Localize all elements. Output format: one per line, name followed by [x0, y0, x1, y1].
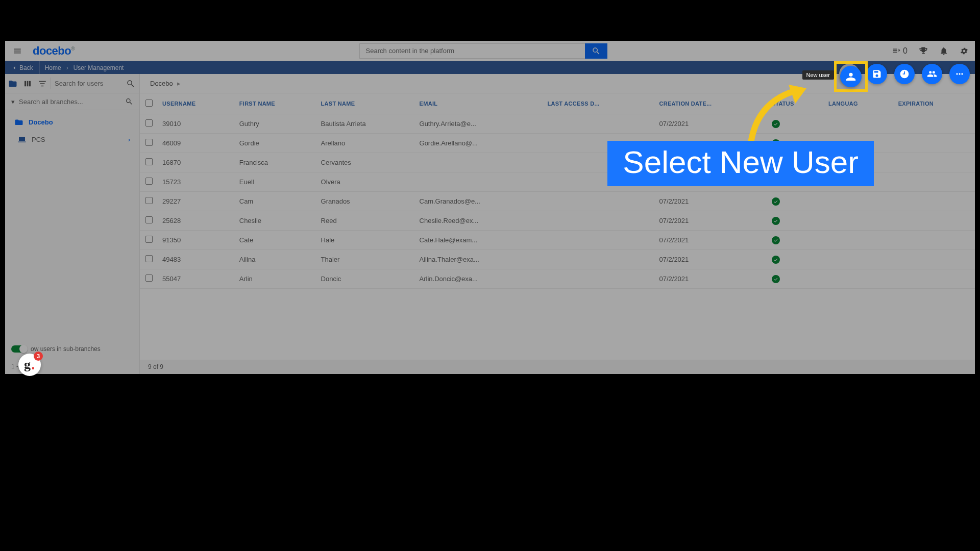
col-language[interactable]: LANGUAG: [824, 93, 894, 114]
cell-last: Arellano: [317, 134, 415, 153]
trophy-icon[interactable]: [919, 46, 928, 56]
toggle-label: ow users in sub-branches: [31, 345, 101, 353]
col-expiration[interactable]: EXPIRATION: [894, 93, 975, 114]
cell-first: Cate: [235, 231, 317, 250]
global-search-input[interactable]: [359, 43, 585, 59]
row-checkbox[interactable]: [145, 255, 153, 262]
cell-lang: [824, 114, 894, 134]
cell-username: 49483: [158, 250, 235, 269]
sub-branches-toggle[interactable]: ow users in sub-branches: [11, 345, 101, 353]
table-row[interactable]: 25628CheslieReedCheslie.Reed@ex...07/2/2…: [140, 211, 975, 231]
cell-username: 15723: [158, 172, 235, 192]
table-row[interactable]: 55047ArlinDoncicArlin.Doncic@exa...07/2/…: [140, 269, 975, 289]
cell-expiration: [894, 192, 975, 211]
col-last-name[interactable]: LAST NAME: [317, 93, 415, 114]
cell-username: 46009: [158, 134, 235, 153]
new-user-button[interactable]: [840, 66, 862, 87]
top-icons: 0: [892, 46, 969, 56]
tree-child-label: PCS: [32, 136, 45, 143]
caret-down-icon[interactable]: ▾: [11, 98, 15, 106]
gear-icon[interactable]: [960, 46, 969, 56]
tree-child-pcs[interactable]: PCS ›: [12, 131, 135, 148]
cell-expiration: [894, 114, 975, 134]
cell-creation: 07/2/2021: [655, 250, 767, 269]
cell-status: [768, 231, 824, 250]
sidebar-toolbar: [5, 74, 139, 93]
col-last-access[interactable]: LAST ACCESS D...: [543, 93, 655, 114]
folder-open-icon: [14, 117, 23, 127]
table-row[interactable]: 29227CamGranadosCam.Granados@e...07/2/20…: [140, 192, 975, 211]
search-icon[interactable]: [126, 79, 135, 88]
columns-view-icon[interactable]: [20, 74, 35, 93]
cell-expiration: [894, 250, 975, 269]
cell-first: Ailina: [235, 250, 317, 269]
queue-icon[interactable]: 0: [892, 46, 908, 56]
cell-first: Cam: [235, 192, 317, 211]
status-active-icon: [772, 197, 780, 206]
col-username[interactable]: USERNAME: [158, 93, 235, 114]
cell-last: Hale: [317, 231, 415, 250]
menu-icon[interactable]: [11, 45, 23, 57]
status-active-icon: [772, 256, 780, 264]
back-button[interactable]: Back: [5, 61, 40, 74]
col-email[interactable]: EMAIL: [415, 93, 544, 114]
select-all-checkbox[interactable]: [145, 99, 153, 107]
tree-root-docebo[interactable]: Docebo: [9, 113, 135, 131]
table-row[interactable]: 91350CateHaleCate.Hale@exam...07/2/2021: [140, 231, 975, 250]
clock-fab[interactable]: [894, 64, 915, 84]
cell-status: [768, 192, 824, 211]
logo: docebo®: [33, 44, 75, 58]
row-checkbox[interactable]: [145, 158, 153, 165]
cell-username: 25628: [158, 211, 235, 231]
row-checkbox[interactable]: [145, 197, 153, 204]
more-fab[interactable]: [949, 64, 970, 84]
cell-email: Cam.Granados@e...: [415, 192, 544, 211]
cell-email: Gordie.Arellano@...: [415, 134, 544, 153]
main-crumb-root[interactable]: Docebo: [150, 80, 173, 87]
crumb-current[interactable]: User Management: [68, 64, 129, 71]
row-checkbox[interactable]: [145, 274, 153, 282]
cell-email: [415, 153, 544, 172]
save-fab[interactable]: [867, 64, 887, 84]
search-users-input[interactable]: [55, 80, 126, 87]
users-table: USERNAME FIRST NAME LAST NAME EMAIL LAST…: [140, 93, 975, 289]
cell-creation: 07/2/2021: [655, 211, 767, 231]
g-badge[interactable]: g. 3: [18, 354, 41, 376]
cell-last-access: [543, 114, 655, 134]
search-icon[interactable]: [125, 97, 133, 106]
toggle-pill[interactable]: [11, 345, 27, 353]
filter-icon[interactable]: [35, 74, 50, 93]
row-checkbox[interactable]: [145, 178, 153, 185]
branch-search: ▾: [5, 93, 139, 110]
table-row[interactable]: 39010GuthryBautista ArrietaGuthry.Arriet…: [140, 114, 975, 134]
svg-point-1: [959, 73, 960, 74]
top-header: docebo® 0: [5, 41, 975, 61]
cell-expiration: [894, 231, 975, 250]
chevron-right-icon: ▸: [177, 80, 181, 87]
cell-last: Reed: [317, 211, 415, 231]
row-checkbox[interactable]: [145, 236, 153, 243]
search-branches-input[interactable]: [19, 98, 125, 106]
row-checkbox[interactable]: [145, 139, 153, 146]
cell-creation: 07/2/2021: [655, 231, 767, 250]
bell-icon[interactable]: [939, 46, 948, 56]
status-active-icon: [772, 236, 780, 244]
col-first-name[interactable]: FIRST NAME: [235, 93, 317, 114]
row-checkbox[interactable]: [145, 216, 153, 223]
cell-last: Bautista Arrieta: [317, 114, 415, 134]
cell-username: 91350: [158, 231, 235, 250]
global-search-button[interactable]: [585, 43, 607, 59]
global-search: [359, 43, 607, 59]
users-fab[interactable]: [922, 64, 942, 84]
table-row[interactable]: 49483AilinaThalerAilina.Thaler@exa...07/…: [140, 250, 975, 269]
crumb-home[interactable]: Home: [40, 64, 66, 71]
cell-lang: [824, 231, 894, 250]
cell-first: Gordie: [235, 134, 317, 153]
cell-first: Arlin: [235, 269, 317, 289]
folder-view-icon[interactable]: [5, 74, 20, 93]
row-checkbox[interactable]: [145, 119, 153, 127]
cell-username: 39010: [158, 114, 235, 134]
cell-status: [768, 250, 824, 269]
chevron-right-icon: ›: [128, 136, 130, 143]
table-footer: 9 of 9: [140, 360, 975, 374]
